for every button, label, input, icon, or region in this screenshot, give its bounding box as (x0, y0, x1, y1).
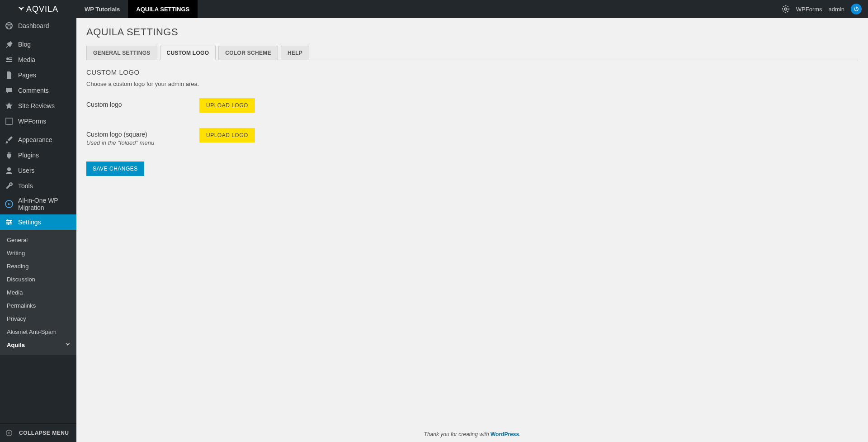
field-label-text: Custom logo (square) (86, 131, 199, 138)
tab-color-scheme[interactable]: COLOR SCHEME (218, 46, 278, 60)
topbar-admin[interactable]: admin (829, 6, 844, 13)
sidebar: Dashboard Blog Media Pages Comments Site… (0, 18, 76, 203)
upload-logo-square-button[interactable]: UPLOAD LOGO (199, 128, 255, 143)
brand-logo[interactable]: AQVILA (0, 0, 76, 18)
dashboard-icon (5, 21, 14, 30)
sidebar-item-pages[interactable]: Pages (0, 67, 76, 83)
main-content: AQUILA SETTINGS GENERAL SETTINGS CUSTOM … (76, 18, 868, 203)
svg-rect-3 (6, 118, 12, 124)
field-label-sub: Used in the "folded" menu (86, 139, 199, 146)
topbar: AQVILA WP Tutorials AQUILA SETTINGS WPFo… (0, 0, 868, 18)
comments-icon (5, 86, 14, 95)
tab-help[interactable]: HELP (281, 46, 309, 60)
sidebar-item-site-reviews[interactable]: Site Reviews (0, 98, 76, 114)
section-title: CUSTOM LOGO (86, 68, 858, 76)
save-changes-button[interactable]: SAVE CHANGES (86, 162, 144, 176)
tab-custom-logo[interactable]: CUSTOM LOGO (160, 46, 216, 60)
topbar-tabs: WP Tutorials AQUILA SETTINGS (76, 0, 198, 18)
section-desc: Choose a custom logo for your admin area… (86, 81, 858, 87)
sidebar-item-plugins[interactable]: Plugins (0, 147, 76, 163)
sidebar-item-dashboard[interactable]: Dashboard (0, 18, 76, 33)
star-icon (5, 101, 14, 110)
brush-icon (5, 135, 14, 144)
sidebar-item-label: Site Reviews (18, 102, 55, 109)
svg-point-2 (6, 57, 9, 60)
topbar-tab-wp-tutorials[interactable]: WP Tutorials (76, 0, 128, 18)
sidebar-item-users[interactable]: Users (0, 163, 76, 178)
svg-point-4 (7, 167, 11, 171)
form-icon (5, 117, 14, 126)
sidebar-item-tools[interactable]: Tools (0, 178, 76, 194)
pin-icon (5, 40, 14, 49)
topbar-right: WPForms admin (782, 4, 868, 14)
migrate-icon (5, 200, 14, 203)
settings-tabs: GENERAL SETTINGS CUSTOM LOGO COLOR SCHEM… (86, 45, 858, 60)
form-table: Custom logo UPLOAD LOGO Custom logo (squ… (86, 98, 858, 146)
power-icon (853, 6, 859, 12)
page-title: AQUILA SETTINGS (86, 26, 858, 38)
tab-general-settings[interactable]: GENERAL SETTINGS (86, 46, 157, 60)
sidebar-item-wpforms[interactable]: WPForms (0, 114, 76, 129)
bird-icon (17, 6, 25, 12)
field-custom-logo: Custom logo UPLOAD LOGO (86, 98, 858, 113)
sidebar-item-label: Appearance (18, 136, 52, 143)
sidebar-item-comments[interactable]: Comments (0, 83, 76, 98)
svg-point-1 (784, 8, 787, 10)
field-label: Custom logo (square) Used in the "folded… (86, 128, 199, 146)
sidebar-item-label: Media (18, 56, 35, 63)
sidebar-item-appearance[interactable]: Appearance (0, 132, 76, 147)
help-icon[interactable] (782, 5, 790, 13)
sidebar-item-label: All-in-One WP Migration (18, 197, 76, 203)
plug-icon (5, 151, 14, 160)
sidebar-item-media[interactable]: Media (0, 52, 76, 67)
sidebar-item-blog[interactable]: Blog (0, 37, 76, 52)
sidebar-item-label: Plugins (18, 152, 39, 159)
user-icon (5, 166, 14, 175)
wrench-icon (5, 181, 14, 190)
field-custom-logo-square: Custom logo (square) Used in the "folded… (86, 128, 858, 146)
sidebar-item-label: Dashboard (18, 22, 49, 29)
power-button[interactable] (851, 4, 862, 14)
sidebar-item-label: Blog (18, 41, 31, 48)
field-label-text: Custom logo (86, 101, 199, 108)
sidebar-item-label: Tools (18, 182, 33, 190)
svg-point-0 (783, 6, 789, 12)
pages-icon (5, 71, 14, 80)
brand-logo-text: AQVILA (17, 5, 58, 14)
sidebar-item-label: WPForms (18, 118, 46, 125)
topbar-wpforms[interactable]: WPForms (796, 6, 822, 13)
topbar-tab-aquila-settings[interactable]: AQUILA SETTINGS (128, 0, 198, 18)
sidebar-item-label: Pages (18, 71, 36, 79)
sidebar-item-label: Comments (18, 87, 49, 94)
media-icon (5, 55, 14, 64)
field-label: Custom logo (86, 98, 199, 108)
sidebar-item-label: Users (18, 167, 35, 174)
sidebar-item-migration[interactable]: All-in-One WP Migration (0, 194, 76, 203)
upload-logo-button[interactable]: UPLOAD LOGO (199, 98, 255, 113)
